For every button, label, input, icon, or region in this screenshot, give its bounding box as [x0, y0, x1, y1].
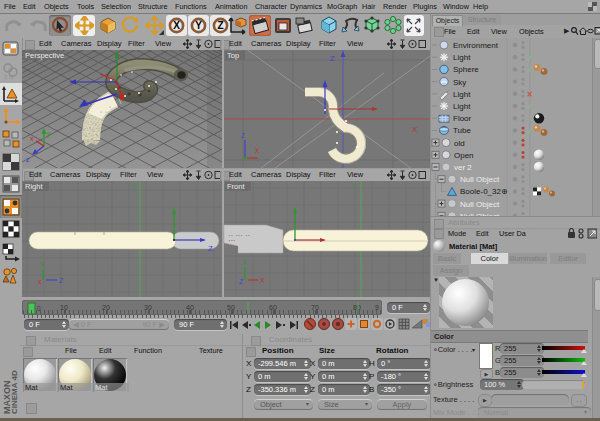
svg-text:Y: Y: [242, 259, 247, 266]
svg-text:2 fil: 2 fil: [4, 74, 13, 80]
svg-text:X: X: [260, 277, 265, 284]
svg-text:Z: Z: [239, 278, 244, 285]
svg-text:Light: Light: [453, 90, 471, 99]
svg-text:X: X: [412, 125, 418, 134]
svg-text:z: z: [26, 156, 30, 163]
svg-text:Light: Light: [453, 53, 471, 62]
svg-text:Y: Y: [40, 261, 45, 268]
svg-text:Right: Right: [25, 182, 43, 191]
svg-text:Z: Z: [241, 132, 245, 139]
svg-text:Z: Z: [217, 20, 223, 31]
svg-text:Sky: Sky: [453, 78, 466, 87]
svg-text:Tube: Tube: [453, 126, 471, 135]
svg-text:Null Object: Null Object: [460, 175, 500, 184]
svg-text:x: x: [38, 278, 42, 285]
svg-text:old: old: [454, 139, 465, 148]
svg-text:Null Object: Null Object: [460, 200, 500, 209]
svg-text:Front: Front: [227, 182, 245, 191]
svg-text:Perspective: Perspective: [25, 51, 64, 60]
svg-text:Floor: Floor: [453, 114, 472, 123]
svg-text:Z: Z: [330, 54, 335, 63]
svg-text:Z: Z: [59, 277, 64, 284]
svg-text:y: y: [47, 130, 51, 138]
svg-text:Boole-0_32⊕: Boole-0_32⊕: [460, 187, 508, 196]
svg-text:Y: Y: [195, 20, 202, 31]
svg-text:Y: Y: [350, 183, 355, 190]
svg-text:Top: Top: [227, 51, 239, 60]
svg-text:x: x: [30, 135, 34, 142]
svg-text:▪▪ ▪▪▪ ▪▪: ▪▪ ▪▪▪ ▪▪: [228, 234, 250, 238]
svg-text:Sphere: Sphere: [453, 65, 479, 74]
svg-text:▪▪▪: ▪▪▪: [228, 239, 235, 243]
svg-text:Light: Light: [453, 102, 471, 111]
svg-text:Environment: Environment: [453, 41, 499, 50]
svg-text:Y: Y: [132, 183, 137, 190]
svg-text:X: X: [255, 147, 260, 154]
svg-text:Open: Open: [454, 151, 474, 160]
svg-text:ver 2: ver 2: [454, 163, 472, 172]
svg-text:X: X: [173, 20, 180, 31]
svg-text:Z: Z: [208, 244, 213, 253]
